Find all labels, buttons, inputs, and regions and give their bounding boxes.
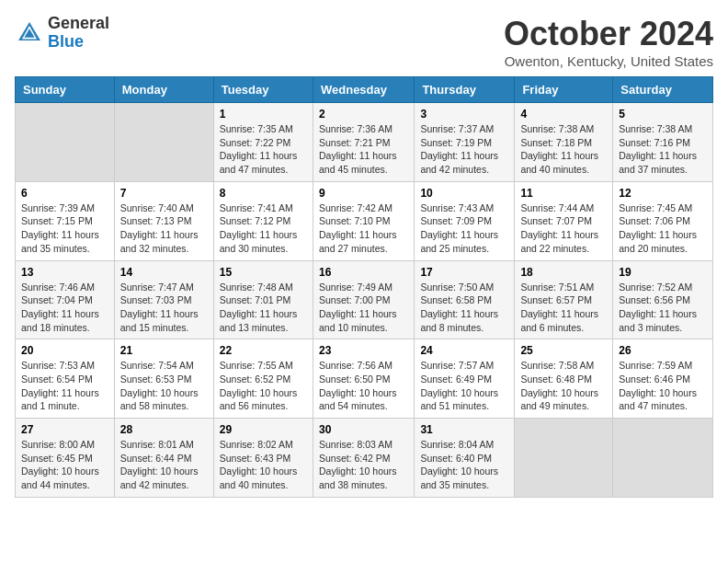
day-info: Sunrise: 8:02 AMSunset: 6:43 PMDaylight:…	[220, 438, 307, 492]
calendar-cell: 16Sunrise: 7:49 AMSunset: 7:00 PMDayligh…	[313, 260, 414, 339]
day-info: Sunrise: 7:52 AMSunset: 6:56 PMDaylight:…	[619, 281, 707, 335]
day-number: 12	[619, 187, 707, 200]
day-info: Sunrise: 7:41 AMSunset: 7:12 PMDaylight:…	[220, 201, 307, 256]
title-block: October 2024 Owenton, Kentucky, United S…	[504, 15, 713, 69]
day-number: 22	[220, 344, 307, 357]
day-info: Sunrise: 7:48 AMSunset: 7:01 PMDaylight:…	[220, 281, 307, 335]
day-info: Sunrise: 7:38 AMSunset: 7:18 PMDaylight:…	[520, 122, 607, 177]
calendar-week-1: 1Sunrise: 7:35 AMSunset: 7:22 PMDaylight…	[16, 103, 713, 182]
day-info: Sunrise: 7:57 AMSunset: 6:49 PMDaylight:…	[420, 359, 508, 413]
day-number: 4	[520, 108, 607, 121]
day-info: Sunrise: 7:47 AMSunset: 7:03 PMDaylight:…	[120, 281, 208, 335]
logo-text: General Blue	[48, 15, 109, 52]
calendar-cell: 30Sunrise: 8:03 AMSunset: 6:42 PMDayligh…	[313, 419, 414, 498]
day-info: Sunrise: 7:37 AMSunset: 7:19 PMDaylight:…	[420, 122, 508, 177]
day-number: 21	[120, 344, 208, 357]
day-info: Sunrise: 7:55 AMSunset: 6:52 PMDaylight:…	[220, 359, 307, 413]
day-info: Sunrise: 8:00 AMSunset: 6:45 PMDaylight:…	[21, 438, 108, 492]
day-number: 2	[319, 108, 408, 121]
calendar-cell: 18Sunrise: 7:51 AMSunset: 6:57 PMDayligh…	[515, 260, 613, 339]
calendar-cell: 15Sunrise: 7:48 AMSunset: 7:01 PMDayligh…	[213, 260, 313, 339]
day-info: Sunrise: 7:51 AMSunset: 6:57 PMDaylight:…	[520, 281, 607, 335]
header-tuesday: Tuesday	[213, 77, 313, 103]
day-number: 14	[120, 266, 208, 279]
calendar-cell: 25Sunrise: 7:58 AMSunset: 6:48 PMDayligh…	[515, 339, 613, 419]
day-number: 29	[220, 423, 307, 436]
day-number: 23	[319, 344, 408, 357]
day-info: Sunrise: 7:45 AMSunset: 7:06 PMDaylight:…	[619, 201, 707, 256]
day-number: 20	[21, 344, 108, 357]
page-header: General Blue October 2024 Owenton, Kentu…	[15, 15, 713, 69]
day-info: Sunrise: 7:43 AMSunset: 7:09 PMDaylight:…	[420, 201, 508, 256]
calendar-cell: 1Sunrise: 7:35 AMSunset: 7:22 PMDaylight…	[213, 103, 313, 182]
day-number: 10	[420, 187, 508, 200]
header-friday: Friday	[515, 77, 613, 103]
calendar-cell: 8Sunrise: 7:41 AMSunset: 7:12 PMDaylight…	[213, 181, 313, 260]
day-number: 8	[220, 187, 307, 200]
day-number: 27	[21, 423, 108, 436]
calendar-cell: 22Sunrise: 7:55 AMSunset: 6:52 PMDayligh…	[213, 339, 313, 419]
day-number: 9	[319, 187, 408, 200]
day-number: 26	[619, 344, 707, 357]
day-number: 5	[619, 108, 707, 121]
logo-general: General	[48, 14, 109, 32]
day-number: 30	[319, 423, 408, 436]
day-info: Sunrise: 7:40 AMSunset: 7:13 PMDaylight:…	[120, 201, 208, 256]
day-number: 13	[21, 266, 108, 279]
calendar-cell	[16, 103, 115, 182]
calendar-week-3: 13Sunrise: 7:46 AMSunset: 7:04 PMDayligh…	[16, 260, 713, 339]
calendar-cell: 6Sunrise: 7:39 AMSunset: 7:15 PMDaylight…	[16, 181, 115, 260]
day-info: Sunrise: 7:36 AMSunset: 7:21 PMDaylight:…	[319, 122, 408, 177]
day-number: 16	[319, 266, 408, 279]
calendar-cell: 23Sunrise: 7:56 AMSunset: 6:50 PMDayligh…	[313, 339, 414, 419]
day-number: 17	[420, 266, 508, 279]
calendar-cell: 20Sunrise: 7:53 AMSunset: 6:54 PMDayligh…	[16, 339, 115, 419]
header-monday: Monday	[114, 77, 213, 103]
day-number: 7	[120, 187, 208, 200]
day-info: Sunrise: 7:38 AMSunset: 7:16 PMDaylight:…	[619, 122, 707, 177]
calendar-table: SundayMondayTuesdayWednesdayThursdayFrid…	[15, 76, 713, 498]
day-info: Sunrise: 7:58 AMSunset: 6:48 PMDaylight:…	[520, 359, 607, 413]
header-saturday: Saturday	[613, 77, 713, 103]
calendar-week-5: 27Sunrise: 8:00 AMSunset: 6:45 PMDayligh…	[16, 419, 713, 498]
day-number: 1	[220, 108, 307, 121]
logo: General Blue	[15, 15, 109, 52]
day-info: Sunrise: 7:44 AMSunset: 7:07 PMDaylight:…	[520, 201, 607, 256]
day-info: Sunrise: 7:54 AMSunset: 6:53 PMDaylight:…	[120, 359, 208, 413]
day-number: 3	[420, 108, 508, 121]
month-title: October 2024	[504, 15, 713, 53]
calendar-cell: 19Sunrise: 7:52 AMSunset: 6:56 PMDayligh…	[613, 260, 713, 339]
day-number: 6	[21, 187, 108, 200]
calendar-cell	[114, 103, 213, 182]
calendar-cell	[613, 419, 713, 498]
location: Owenton, Kentucky, United States	[504, 53, 713, 69]
day-info: Sunrise: 7:46 AMSunset: 7:04 PMDaylight:…	[21, 281, 108, 335]
calendar-cell: 4Sunrise: 7:38 AMSunset: 7:18 PMDaylight…	[515, 103, 613, 182]
calendar-cell: 26Sunrise: 7:59 AMSunset: 6:46 PMDayligh…	[613, 339, 713, 419]
calendar-cell: 21Sunrise: 7:54 AMSunset: 6:53 PMDayligh…	[114, 339, 213, 419]
day-number: 19	[619, 266, 707, 279]
day-info: Sunrise: 7:39 AMSunset: 7:15 PMDaylight:…	[21, 201, 108, 256]
calendar-cell	[515, 419, 613, 498]
calendar-cell: 5Sunrise: 7:38 AMSunset: 7:16 PMDaylight…	[613, 103, 713, 182]
calendar-cell: 13Sunrise: 7:46 AMSunset: 7:04 PMDayligh…	[16, 260, 115, 339]
day-info: Sunrise: 8:01 AMSunset: 6:44 PMDaylight:…	[120, 438, 208, 492]
day-info: Sunrise: 7:49 AMSunset: 7:00 PMDaylight:…	[319, 281, 408, 335]
logo-blue: Blue	[48, 32, 84, 51]
day-info: Sunrise: 7:42 AMSunset: 7:10 PMDaylight:…	[319, 201, 408, 256]
calendar-week-4: 20Sunrise: 7:53 AMSunset: 6:54 PMDayligh…	[16, 339, 713, 419]
day-info: Sunrise: 7:59 AMSunset: 6:46 PMDaylight:…	[619, 359, 707, 413]
day-number: 15	[220, 266, 307, 279]
calendar-cell: 7Sunrise: 7:40 AMSunset: 7:13 PMDaylight…	[114, 181, 213, 260]
calendar-cell: 29Sunrise: 8:02 AMSunset: 6:43 PMDayligh…	[213, 419, 313, 498]
day-number: 28	[120, 423, 208, 436]
calendar-cell: 11Sunrise: 7:44 AMSunset: 7:07 PMDayligh…	[515, 181, 613, 260]
day-info: Sunrise: 8:03 AMSunset: 6:42 PMDaylight:…	[319, 438, 408, 492]
header-sunday: Sunday	[16, 77, 115, 103]
header-wednesday: Wednesday	[313, 77, 414, 103]
day-info: Sunrise: 7:53 AMSunset: 6:54 PMDaylight:…	[21, 359, 108, 413]
calendar-week-2: 6Sunrise: 7:39 AMSunset: 7:15 PMDaylight…	[16, 181, 713, 260]
day-number: 11	[520, 187, 607, 200]
calendar-cell: 27Sunrise: 8:00 AMSunset: 6:45 PMDayligh…	[16, 419, 115, 498]
calendar-cell: 17Sunrise: 7:50 AMSunset: 6:58 PMDayligh…	[415, 260, 515, 339]
